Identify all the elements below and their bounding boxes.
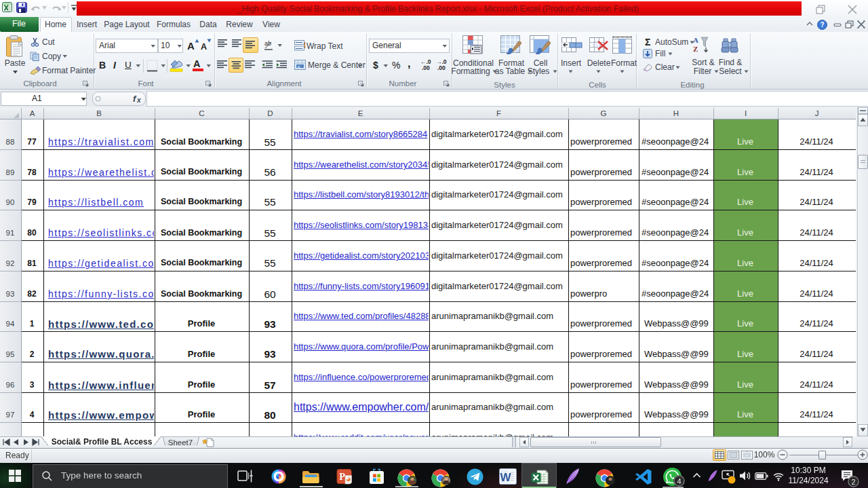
svg-text:A: A <box>693 36 698 44</box>
svg-text:?: ? <box>820 21 824 29</box>
svg-text:W: W <box>500 471 512 484</box>
svg-text:2: 2 <box>851 478 855 486</box>
svg-text:P: P <box>339 471 345 482</box>
svg-text:Z: Z <box>693 45 698 53</box>
svg-text:ab: ab <box>264 40 271 47</box>
